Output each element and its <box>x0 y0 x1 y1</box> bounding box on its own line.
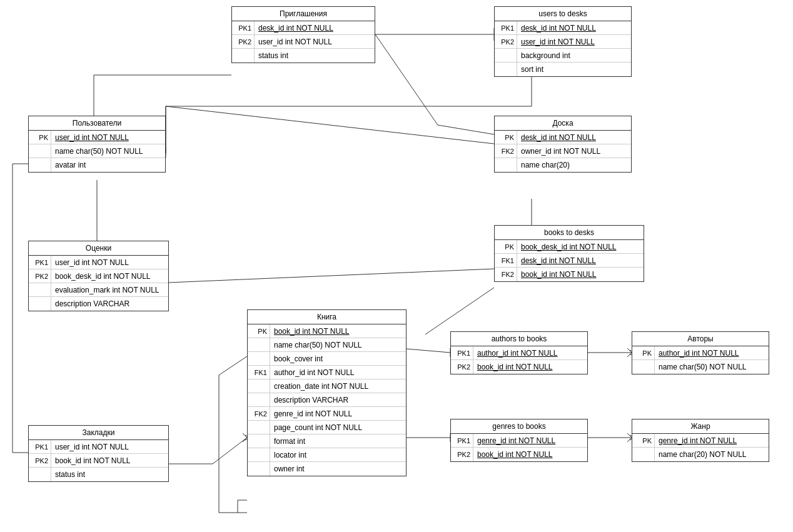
entity-books_to_desks: books to desksPKbook_desk_id int NOT NUL… <box>494 225 644 282</box>
entity-header-avtory: Авторы <box>632 332 769 346</box>
entity-row: name char(50) NOT NULL <box>632 360 769 374</box>
entity-row: status int <box>232 49 375 63</box>
key-col: PK2 <box>29 454 51 467</box>
entity-row: PK1desk_id int NOT NULL <box>232 21 375 35</box>
entity-header-ocenki: Оценки <box>29 241 168 256</box>
field-col: owner_id int NOT NULL <box>517 144 631 158</box>
entity-row: PK2book_desk_id int NOT NULL <box>29 269 168 283</box>
entity-row: PK2book_id int NOT NULL <box>29 454 168 468</box>
field-col: description VARCHAR <box>270 393 406 406</box>
entity-ocenki: ОценкиPK1user_id int NOT NULLPK2book_des… <box>28 241 169 311</box>
field-col: evaluation_mark int NOT NULL <box>51 283 168 296</box>
field-col: book_id int NOT NULL <box>517 268 644 281</box>
entity-row: PKgenre_id int NOT NULL <box>632 434 769 448</box>
key-col <box>495 49 517 62</box>
field-col: name char(20) NOT NULL <box>655 448 769 461</box>
key-col: PK1 <box>232 21 255 34</box>
entity-kniga: КнигаPKbook_id int NOT NULLname char(50)… <box>247 309 407 476</box>
key-col <box>29 158 51 172</box>
entity-header-zakladki: Закладки <box>29 426 168 440</box>
entity-header-polzovateli: Пользователи <box>29 116 165 131</box>
field-col: genre_id int NOT NULL <box>655 434 769 447</box>
entity-row: FK2book_id int NOT NULL <box>495 268 644 281</box>
field-col: book_desk_id int NOT NULL <box>51 269 168 283</box>
key-col: PK <box>632 346 655 359</box>
entity-row: PK2user_id int NOT NULL <box>495 35 631 49</box>
entity-header-authors_to_books: authors to books <box>451 332 587 346</box>
entity-header-priglashenia: Приглашения <box>232 7 375 21</box>
entity-row: FK2genre_id int NOT NULL <box>248 407 406 421</box>
entity-header-zhanr: Жанр <box>632 419 769 434</box>
key-col: PK <box>495 240 517 253</box>
entity-row: creation_date int NOT NULL <box>248 379 406 393</box>
key-col: PK1 <box>29 256 51 269</box>
key-col: PK1 <box>29 440 51 453</box>
entity-row: PK1user_id int NOT NULL <box>29 440 168 454</box>
key-col: FK1 <box>495 254 517 267</box>
entity-row: description VARCHAR <box>248 393 406 407</box>
entity-zakladki: ЗакладкиPK1user_id int NOT NULLPK2book_i… <box>28 425 169 482</box>
key-col: PK1 <box>451 346 473 359</box>
entity-row: FK1desk_id int NOT NULL <box>495 254 644 268</box>
field-col: user_id int NOT NULL <box>517 35 631 48</box>
entity-header-books_to_desks: books to desks <box>495 226 644 240</box>
field-col: user_id int NOT NULL <box>51 256 168 269</box>
key-col: PK <box>632 434 655 447</box>
key-col <box>495 158 517 172</box>
field-col: avatar int <box>51 158 165 172</box>
field-col: book_cover int <box>270 352 406 365</box>
field-col: user_id int NOT NULL <box>255 35 375 48</box>
field-col: genre_id int NOT NULL <box>270 407 406 420</box>
svg-line-57 <box>243 433 247 438</box>
key-col <box>248 448 270 461</box>
entity-authors_to_books: authors to booksPK1author_id int NOT NUL… <box>450 331 588 374</box>
entity-row: name char(20) NOT NULL <box>632 448 769 461</box>
svg-line-43 <box>627 438 632 442</box>
key-col: PK2 <box>495 35 517 48</box>
key-col: PK2 <box>451 448 473 461</box>
field-col: user_id int NOT NULL <box>51 440 168 453</box>
field-col: desk_id int NOT NULL <box>255 21 375 34</box>
entity-row: evaluation_mark int NOT NULL <box>29 283 168 297</box>
key-col <box>632 448 655 461</box>
key-col <box>29 297 51 311</box>
entity-row: format int <box>248 434 406 448</box>
field-col: status int <box>255 49 375 63</box>
svg-line-51 <box>169 269 494 283</box>
field-col: book_id int NOT NULL <box>51 454 168 467</box>
entity-row: FK2owner_id int NOT NULL <box>495 144 631 158</box>
key-col <box>29 144 51 158</box>
key-col <box>248 393 270 406</box>
entity-row: description VARCHAR <box>29 297 168 311</box>
key-col <box>248 434 270 448</box>
entity-row: name char(50) NOT NULL <box>248 338 406 352</box>
key-col: PK2 <box>232 35 255 48</box>
key-col: FK2 <box>495 144 517 158</box>
field-col: desk_id int NOT NULL <box>517 131 631 144</box>
entity-header-doska: Доска <box>495 116 631 131</box>
field-col: name char(20) <box>517 158 631 172</box>
svg-line-19 <box>166 106 494 144</box>
key-col: PK <box>29 131 51 144</box>
entity-row: PKauthor_id int NOT NULL <box>632 346 769 360</box>
key-col: FK2 <box>495 268 517 281</box>
entity-priglashenia: ПриглашенияPK1desk_id int NOT NULLPK2use… <box>231 6 375 63</box>
key-col <box>495 63 517 76</box>
svg-line-58 <box>243 438 247 442</box>
key-col: PK1 <box>495 21 517 34</box>
entity-avtory: АвторыPKauthor_id int NOT NULLname char(… <box>632 331 769 374</box>
entity-row: PK2book_id int NOT NULL <box>451 448 587 461</box>
svg-line-25 <box>375 34 438 125</box>
entity-zhanr: ЖанрPKgenre_id int NOT NULLname char(20)… <box>632 419 769 462</box>
field-col: desk_id int NOT NULL <box>517 21 631 34</box>
field-col: format int <box>270 434 406 448</box>
entity-row: sort int <box>495 63 631 76</box>
entity-header-users_to_desks: users to desks <box>495 7 631 21</box>
entity-row: PK2user_id int NOT NULL <box>232 35 375 49</box>
key-col <box>29 283 51 296</box>
key-col: PK2 <box>29 269 51 283</box>
entity-doska: ДоскаPKdesk_id int NOT NULLFK2owner_id i… <box>494 116 632 173</box>
key-col: PK <box>248 324 270 338</box>
entity-row: status int <box>29 468 168 481</box>
entity-header-genres_to_books: genres to books <box>451 419 587 434</box>
